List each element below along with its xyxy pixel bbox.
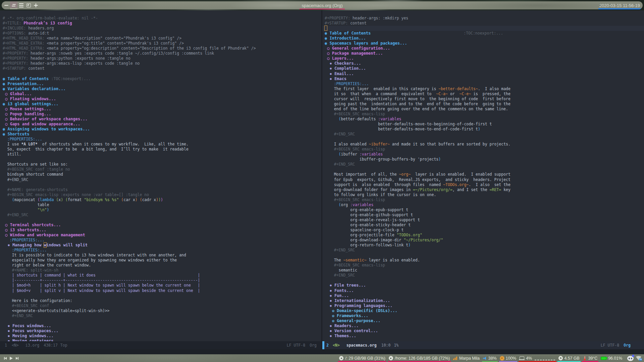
buffer-line[interactable]: The ~semantic~ layer is also enabled. [325, 258, 644, 263]
buffer-line[interactable] [3, 157, 321, 162]
buffer-line[interactable] [322, 26, 644, 31]
buffer-line[interactable]: org-enable-sticky-header t [325, 223, 644, 228]
buffer-line[interactable]: ✿ General-purpose... [325, 318, 644, 323]
buffer-line[interactable]: ✸ Fonts... [325, 288, 644, 293]
buffer-line[interactable]: ○ Global... [3, 92, 321, 97]
buffer-line[interactable]: #+BEGIN_SRC emacs-lisp [325, 263, 644, 268]
buffer-line[interactable]: org-return-follows-link t) [325, 243, 644, 248]
buffer-line[interactable]: ◉ Variables declaration... [3, 86, 321, 92]
next-track-button[interactable] [16, 357, 18, 360]
buffer-line[interactable]: | $mod+h | split h | Next window to spaw… [3, 283, 321, 288]
buffer-line[interactable]: #+END_SRC [3, 177, 321, 182]
buffer-line[interactable]: end of the line before going over the en… [325, 107, 644, 112]
buffer-line[interactable]: #+END_SRC [3, 313, 321, 318]
buffer-line[interactable]: org-download-image-dir "~/Pictures/org/" [325, 238, 644, 243]
buffer-line[interactable]: #+BEGIN_SRC conf :tangle no [3, 167, 321, 172]
buffer-line[interactable]: #+TITLE: Phundrak’s i3 config [3, 21, 321, 26]
buffer-line[interactable]: ◉ Shortcuts [3, 132, 321, 137]
buffer-spacemacs-org[interactable]: #+PROPERTY: header-args: :mkdirp yes#+ST… [322, 16, 644, 341]
buffer-line[interactable]: bindsym shortcut command [3, 172, 321, 177]
buffer-line[interactable]: Most important of all, the ~org~ layer i… [325, 172, 644, 177]
buffer-line[interactable]: #+PROPERTY: header-args:emacs-lisp :expo… [3, 61, 321, 66]
buffer-line[interactable]: ○ Package management... [325, 51, 644, 56]
buffer-line[interactable]: Here is the configuration: [3, 298, 321, 303]
buffer-line[interactable]: I use *A LOT* of shortcuts when it comes… [3, 142, 321, 147]
buffer-line[interactable]: org-projectile-file "TODOs.org" [325, 233, 644, 238]
buffer-line[interactable]: #+END_SRC [325, 248, 644, 253]
buffer-line[interactable]: ✸ File trees... [325, 283, 644, 288]
buffer-line[interactable]: I also enabled ~ibuffer~ and made it so … [325, 142, 644, 147]
buffer-line[interactable]: ◉ Table of Contents :TOC:noexport:... [325, 31, 644, 36]
buffer-line[interactable]: #+END_SRC [3, 213, 321, 218]
modeline-right[interactable]: 2 <N> spacemacs.org 10:0 1% LF UTF-8 Org [322, 341, 644, 349]
buffer-line[interactable]: ◉ Table of Contents :TOC:noexport:... [3, 76, 321, 81]
teamspeak-icon[interactable] [636, 356, 641, 360]
buffer-line[interactable] [325, 278, 644, 283]
buffer-line[interactable]: it so that when a command equivalent to … [325, 92, 644, 97]
buffer-line[interactable]: ✸ Themes... [325, 334, 644, 339]
buffer-line[interactable]: #+END_SRC [325, 132, 644, 137]
buffer-line[interactable]: #+OPTIONS: auto-id:t [3, 31, 321, 36]
buffer-line[interactable]: ○ Window and workspace management [3, 233, 321, 238]
buffer-line[interactable]: | $mod+v | split v | Next window to spaw… [3, 288, 321, 293]
buffer-line[interactable]: :PROPERTIES:... [325, 81, 644, 86]
play-button[interactable] [10, 357, 13, 360]
buffer-line[interactable]: #+END_SRC [325, 162, 644, 167]
buffer-line[interactable]: ✸ Email... [325, 71, 644, 76]
buffer-line[interactable]: still. [3, 152, 321, 157]
buffer-line[interactable] [325, 253, 644, 258]
modeline-left[interactable]: 1 <N> i3.org 438:17 Top LF UTF-8 Org [0, 341, 321, 349]
buffer-line[interactable]: #+NAME: split-win-sh [3, 268, 321, 273]
buffer-line[interactable]: ✸ Readers... [325, 323, 644, 328]
buffer-line[interactable]: #+PROPERTY: header-args :noweb yes :expo… [3, 51, 321, 56]
buffer-line[interactable]: #+INCLUDE: headers.org [3, 26, 321, 31]
buffer-line[interactable]: #+PROPERTY: header-args: :mkdirp yes [325, 16, 644, 21]
buffer-line[interactable]: support is also enabled through files na… [325, 182, 644, 187]
buffer-line[interactable]: ◉ i3 global settings... [3, 102, 321, 107]
buffer-line[interactable]: ✸ Programming languages... [325, 303, 644, 308]
buffer-line[interactable] [325, 167, 644, 172]
buffer-line[interactable]: |-----------+---------+-----------------… [3, 278, 321, 283]
buffer-line[interactable]: ✸ Managing how windows will split [3, 243, 321, 248]
buffer-line[interactable]: ✿ Domain-specific (DSLs)... [325, 308, 644, 313]
buffer-line[interactable]: ✸ Focus workspaces... [3, 328, 321, 334]
buffer-line[interactable]: ◉ Introduction... [325, 36, 644, 41]
buffer-line[interactable]: especially how they are organized by spa… [3, 258, 321, 263]
buffer-line[interactable]: #+STARTUP: content [325, 21, 644, 26]
buffer-i3-org[interactable]: # -*- org-confirm-babel-evaluate: nil -*… [0, 16, 321, 341]
buffer-line[interactable]: #+BEGIN_SRC emacs-lisp [325, 147, 644, 152]
buffer-line[interactable]: ✸ Fun... [325, 293, 644, 298]
buffer-line[interactable]: # -*- org-confirm-babel-evaluate: nil -*… [3, 16, 321, 21]
buffer-line[interactable]: ○ i3 shortcuts... [3, 228, 321, 233]
buffer-line[interactable]: #+BEGIN_SRC emacs-lisp [325, 197, 644, 202]
buffer-line[interactable]: The first layer enabled in this category… [325, 86, 644, 92]
echo-area[interactable] [0, 349, 644, 354]
buffer-line[interactable]: | shortcuts | command | what it does | [3, 273, 321, 278]
buffer-line[interactable]: #+BEGIN_SRC conf [3, 303, 321, 308]
buffer-line[interactable]: ○ Mouse settings... [3, 107, 321, 112]
buffer-line[interactable]: org-enable-reveal-js-support t [325, 218, 644, 223]
buffer-line[interactable] [325, 137, 644, 142]
buffer-line[interactable]: (better-defaults :variables [325, 117, 644, 122]
buffer-line[interactable]: ○ Popup handling... [3, 112, 321, 117]
buffer-line[interactable]: ○ Behavior of workspace changes... [3, 117, 321, 122]
buffer-line[interactable]: ○ Gaps and window appearance... [3, 122, 321, 127]
buffer-line[interactable]: "\n") [3, 207, 321, 213]
buffer-line[interactable]: org-enable-epub-support t [325, 207, 644, 213]
buffer-line[interactable]: #+END_SRC [325, 273, 644, 278]
buffer-line[interactable]: (mapconcat (lambda (x) (format "bindsym … [3, 197, 321, 202]
buffer-line[interactable]: to follow org links if the cursor is on … [325, 192, 644, 197]
buffer-line[interactable]: :PROPERTIES:... [3, 238, 321, 243]
buffer-line[interactable]: ○ Floating windows... [3, 97, 321, 102]
buffer-line[interactable]: #+BEGIN_SRC emacs-lisp :exports none :va… [3, 192, 321, 197]
buffer-line[interactable]: semantic [325, 268, 644, 273]
buffer-line[interactable]: ✸ Focus windows... [3, 323, 321, 328]
volume-module[interactable]: 38% [481, 354, 498, 362]
buffer-line[interactable]: It is possible to indicate to i3 how win… [3, 253, 321, 258]
buffer-line[interactable]: #+HTML_HEAD_EXTRA: <meta property="og:ti… [3, 41, 321, 46]
buffer-line[interactable]: :PROPERTIES:... [3, 248, 321, 253]
buffer-line[interactable]: for Epub exports, Github, Reveal.JS expo… [325, 177, 644, 182]
previous-track-button[interactable] [4, 357, 7, 360]
buffer-line[interactable]: ○ Terminal shortcuts... [3, 223, 321, 228]
buffer-line[interactable] [3, 318, 321, 323]
